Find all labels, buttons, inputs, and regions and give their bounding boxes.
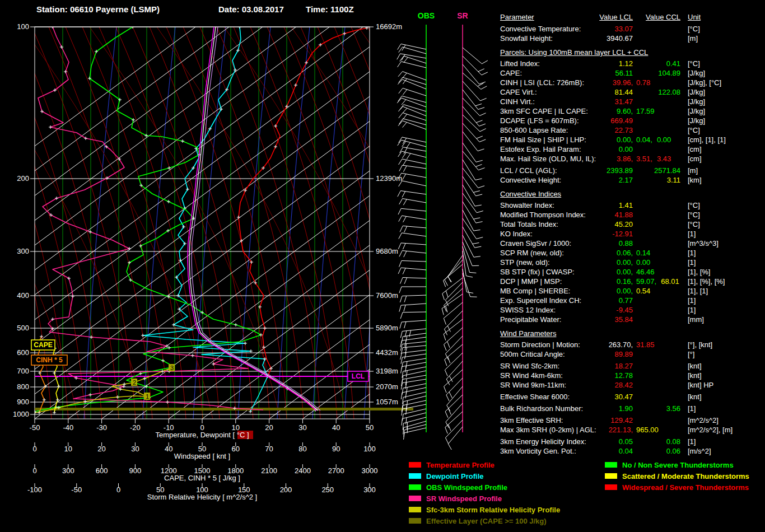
unit-label: [m^3/s^3] [688, 239, 719, 248]
value-extra: 3.51,3.43 [636, 154, 675, 164]
unit-label: [1] [688, 437, 696, 446]
svg-text:3: 3 [170, 365, 174, 371]
parameter-label: STP (new, old): [500, 258, 550, 267]
value-lcl: 2.17 [556, 175, 633, 185]
axis-tick-label: -20 [130, 423, 141, 432]
parameter-label: CINH Virt.: [500, 97, 535, 106]
unit-label: [J/kg] [688, 87, 705, 97]
axis-tick-label: 100 [363, 445, 376, 453]
table-row: DCP | MMP | MSP:0.16,59.07,68.01[1], [%]… [500, 277, 763, 286]
section-header: Wind Parameters [500, 329, 763, 338]
unit-label: [°C] [688, 200, 700, 210]
value-ccl: 3.11 [638, 175, 680, 185]
legend-swatch-icon [409, 507, 421, 512]
unit-label: [J/kg] [688, 106, 705, 116]
unit-label: [°] [688, 349, 694, 359]
table-row: KO Index:-12.91[1] [500, 229, 763, 239]
axis-tick-label: 30 [131, 445, 139, 453]
value-lcl: 1.41 [556, 200, 633, 210]
value-lcl: 0.00, [556, 258, 633, 267]
parameter-label: CAPE Virt.: [500, 87, 537, 97]
value-ccl: 0.06 [638, 446, 680, 456]
value-lcl: 33.07 [556, 24, 633, 34]
axis-tick-label: -50 [71, 486, 82, 494]
table-row: Precipitable Water:35.84[mm] [500, 315, 763, 324]
unit-label: [°C] [688, 220, 700, 229]
svg-text:LCL: LCL [352, 372, 365, 380]
axis-tick-label: 300 [62, 466, 74, 475]
x-axis-1: 0102030405060708090100Windspeed [ knt ] [32, 442, 375, 460]
value-lcl: 0.00, [556, 267, 633, 277]
pressure-tick-label: 700 [17, 367, 29, 375]
altitude-tick-label: 16692m [376, 22, 402, 31]
unit-label: [1], [%], [%] [688, 277, 725, 286]
legend-item: SR Windspeed Profile [409, 493, 560, 504]
unit-label: [J/kg] [688, 116, 705, 125]
parameter-label: DCP | MMP | MSP: [500, 277, 562, 286]
legend-label: OBS Windspeed Profile [426, 483, 507, 492]
parameter-label: Convective Height: [500, 175, 561, 185]
value-lcl: 12.78 [556, 371, 633, 380]
value-extra: 31.85 [636, 340, 659, 349]
value-extra: 17.59 [636, 106, 659, 116]
axis-tick-label: -40 [63, 423, 73, 432]
legend-label: Scattered / Moderate Thunderstorms [622, 472, 749, 480]
unit-label: [1] [688, 258, 696, 267]
unit-label: [°C] [688, 125, 700, 135]
pressure-tick-label: 600 [17, 348, 29, 357]
axis-tick-label: 900 [129, 466, 142, 475]
value-extra: 0.14 [636, 248, 655, 258]
axis-tick-label: 600 [96, 466, 108, 475]
axis-tick-label: 90 [332, 445, 340, 453]
axis-tick-label: 40 [165, 445, 172, 453]
legend-item: OBS Windspeed Profile [409, 482, 560, 493]
unit-label: [m/s^2] [688, 446, 711, 456]
section-header: Convective Indices [500, 189, 763, 199]
table-row: STP (new, old):0.00,0.00[1] [500, 258, 763, 267]
column-header: Unit [688, 12, 701, 22]
value-lcl: 0.04 [556, 446, 633, 456]
axis-tick-label: 50 [366, 423, 374, 432]
axis-tick-label: 3000 [362, 466, 378, 475]
sr-wind-column: SR [442, 11, 488, 450]
unit-label: [m^2/s^2] [688, 416, 719, 425]
unit-label: [mm] [688, 315, 704, 324]
parameter-label: CAPE: [500, 68, 522, 78]
value-lcl: 41.88 [556, 210, 633, 220]
legend-swatch-icon [409, 484, 421, 490]
x-axis-2: 03006009001200150018002100240027003000CA… [32, 464, 377, 482]
svg-text:CAPE: CAPE [34, 341, 52, 349]
unit-label: [°C] [688, 24, 700, 34]
value-lcl: 0.06, [556, 248, 633, 258]
value-lcl: 263.70, [556, 340, 633, 349]
value-extra: 59.07,68.01 [636, 277, 684, 286]
table-row: CINH Virt.:31.47[J/kg] [500, 97, 763, 106]
value-lcl: 0.77 [556, 296, 633, 305]
parameter-label: 500m Critical Angle: [500, 349, 565, 359]
unit-label: [J/kg] [688, 68, 705, 78]
unit-label: [knt] [688, 361, 702, 371]
unit-label: [cm] [688, 154, 702, 164]
value-lcl: 0.00, [556, 286, 633, 296]
value-lcl: 56.11 [556, 68, 633, 78]
value-lcl: 0.88 [556, 239, 633, 248]
axis-tick-label: -100 [27, 486, 42, 494]
column-header: Value CCL [638, 12, 680, 22]
axis-tick-label: 200 [280, 486, 292, 494]
pressure-tick-label: 200 [17, 174, 29, 183]
table-header-row: ParameterValue LCLValue CCLUnit [500, 12, 763, 22]
parameter-label: LCL / CCL (AGL): [500, 166, 557, 175]
value-lcl: 669.49 [556, 116, 633, 125]
unit-label: [m^2/s^2], [m] [688, 425, 733, 435]
pressure-tick-label: 300 [17, 247, 29, 255]
axis-tick-label: 0 [116, 486, 120, 494]
table-row: Snowfall Height:3940.67[m] [500, 34, 763, 43]
axis-title: Storm Relative Helicity [ m^2/s^2 ] [147, 493, 257, 501]
svg-text:2: 2 [133, 379, 136, 386]
pressure-tick-label: 800 [17, 382, 29, 391]
legend-label: Widespread / Severe Thunderstorms [622, 483, 749, 492]
column-header: Value LCL [556, 12, 633, 22]
table-row: 3km SFC CAPE | IL CAPE:9.60,17.59[J/kg] [500, 106, 763, 116]
parameter-label: Precipitable Water: [500, 315, 561, 324]
unit-label: [°], [knt] [688, 340, 712, 349]
